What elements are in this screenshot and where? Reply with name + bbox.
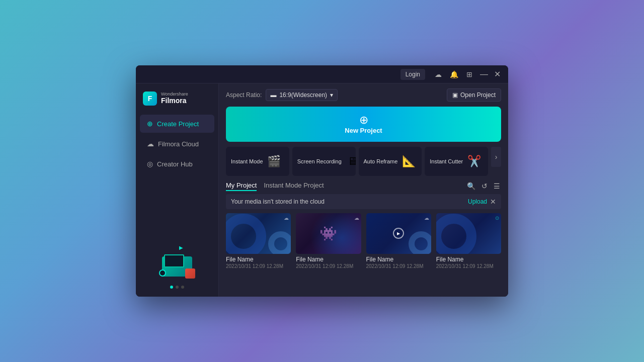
notification-icon[interactable]: 🔔	[447, 69, 461, 79]
file-meta: 2022/10/31 12:09 12.28M	[226, 263, 291, 269]
file-name: File Name	[296, 256, 361, 264]
dot-2[interactable]	[176, 286, 179, 289]
projects-header: My Project Instant Mode Project 🔍 ↺ ☰	[226, 181, 501, 191]
cloud-upload-icon: ☁	[284, 215, 289, 221]
file-meta: 2022/10/31 12:09 12.28M	[366, 263, 431, 269]
brand-name-top: Wondershare	[161, 92, 188, 97]
illus-cube	[185, 268, 195, 279]
close-button[interactable]: ✕	[491, 68, 503, 80]
file-thumbnail: ☁	[226, 213, 291, 254]
auto-reframe-icon: 📐	[397, 150, 420, 172]
grid-icon[interactable]: ⊞	[464, 69, 475, 79]
file-meta: 2022/10/31 12:09 12.28M	[436, 263, 501, 269]
sidebar-item-filmora-cloud[interactable]: ☁ Filmora Cloud	[140, 135, 214, 153]
file-item[interactable]: ⊙ File Name 2022/10/31 12:09 12.28M	[436, 213, 501, 269]
play-button-ring: ▶	[393, 228, 404, 239]
illus-screen: ▶	[164, 254, 184, 267]
brand: F Wondershare Filmora	[136, 83, 218, 114]
brand-logo: F	[143, 92, 157, 106]
cloud-banner: Your media isn't stored in the cloud Upl…	[226, 194, 501, 209]
content-area: Aspect Ratio: ▬ 16:9(Widescreen) ▾ ▣ Ope…	[219, 83, 508, 297]
screen-recording-label: Screen Recording	[297, 158, 342, 164]
app-window: Login ☁ 🔔 ⊞ — ✕ F Wondershare Filmora ⊕ …	[136, 65, 508, 297]
file-grid: ☁ File Name 2022/10/31 12:09 12.28M 👾	[226, 213, 501, 269]
upload-button[interactable]: Upload	[468, 198, 487, 205]
file-thumbnail: ▶ ☁	[366, 213, 431, 254]
main-layout: F Wondershare Filmora ⊕ Create Project ☁…	[136, 83, 508, 297]
dot-1[interactable]	[170, 286, 173, 289]
sidebar-item-label: Creator Hub	[157, 160, 193, 168]
sidebar: F Wondershare Filmora ⊕ Create Project ☁…	[136, 83, 219, 297]
layout-toggle-button[interactable]: ☰	[493, 181, 501, 191]
mode-card-screen-recording[interactable]: Screen Recording 🖥	[292, 147, 356, 176]
mode-card-auto-reframe[interactable]: Auto Reframe 📐	[359, 147, 422, 176]
tab-my-project[interactable]: My Project	[226, 182, 257, 191]
file-item[interactable]: ▶ ☁ File Name 2022/10/31 12:09 12.28M	[366, 213, 431, 269]
aspect-label: Aspect Ratio:	[226, 92, 262, 99]
cloud-upload-icon: ☁	[354, 215, 359, 221]
brand-name: Filmora	[161, 97, 188, 105]
cloud-upload-icon: ☁	[424, 215, 429, 221]
aspect-ratio-section: Aspect Ratio: ▬ 16:9(Widescreen) ▾	[226, 89, 338, 101]
sidebar-item-creator-hub[interactable]: ◎ Creator Hub	[140, 155, 214, 173]
dot-3[interactable]	[181, 286, 184, 289]
chevron-down-icon: ▾	[330, 92, 333, 99]
sidebar-3d-illustration: ▶	[157, 246, 197, 282]
aspect-icon: ▬	[270, 92, 276, 99]
cloud-banner-text: Your media isn't stored in the cloud	[231, 198, 325, 205]
aspect-value: 16:9(Widescreen)	[279, 92, 327, 99]
new-project-banner[interactable]: ⊕ New Project	[226, 107, 501, 142]
screen-recording-icon: 🖥	[342, 150, 356, 172]
cloud-banner-actions: Upload ✕	[468, 198, 496, 206]
auto-reframe-label: Auto Reframe	[364, 158, 398, 164]
sidebar-illustration: ▶	[136, 174, 218, 297]
content-toolbar: Aspect Ratio: ▬ 16:9(Widescreen) ▾ ▣ Ope…	[219, 83, 508, 107]
mode-card-instant-cutter[interactable]: Instant Cutter ✂️	[425, 147, 488, 176]
file-name: File Name	[436, 256, 501, 264]
aspect-ratio-select[interactable]: ▬ 16:9(Widescreen) ▾	[266, 89, 338, 101]
title-bar: Login ☁ 🔔 ⊞ — ✕	[136, 65, 508, 83]
file-thumbnail: ⊙	[436, 213, 501, 254]
illus-play-icon: ▶	[179, 245, 183, 250]
mode-card-instant-mode[interactable]: Instant Mode 🎬	[226, 147, 289, 176]
projects-section: My Project Instant Mode Project 🔍 ↺ ☰ Yo…	[219, 181, 508, 297]
file-thumbnail: 👾 ☁	[296, 213, 361, 254]
open-project-label: Open Project	[460, 92, 496, 99]
carousel-dots	[170, 286, 184, 289]
instant-mode-icon: 🎬	[263, 150, 285, 172]
cloud-icon[interactable]: ☁	[432, 69, 444, 79]
sidebar-item-label: Create Project	[157, 120, 199, 128]
search-projects-button[interactable]: 🔍	[466, 181, 476, 191]
sidebar-item-label: Filmora Cloud	[158, 140, 199, 148]
create-project-icon: ⊕	[147, 120, 153, 128]
window-controls: — ✕	[478, 68, 503, 80]
creator-hub-icon: ◎	[147, 160, 153, 168]
open-project-icon: ▣	[452, 92, 458, 99]
cloud-nav-icon: ☁	[147, 140, 154, 148]
file-name: File Name	[226, 256, 291, 264]
download-icon: ⊙	[495, 215, 499, 221]
file-name: File Name	[366, 256, 431, 264]
file-item[interactable]: ☁ File Name 2022/10/31 12:09 12.28M	[226, 213, 291, 269]
illus-sphere	[159, 269, 166, 277]
projects-tabs: My Project Instant Mode Project	[226, 182, 324, 191]
new-project-label: New Project	[345, 127, 382, 134]
instant-mode-label: Instant Mode	[231, 158, 263, 164]
projects-actions: 🔍 ↺ ☰	[466, 181, 501, 191]
new-project-plus-icon: ⊕	[359, 115, 368, 126]
tab-instant-mode-project[interactable]: Instant Mode Project	[264, 182, 324, 191]
sidebar-item-create-project[interactable]: ⊕ Create Project	[140, 115, 214, 133]
brand-text: Wondershare Filmora	[161, 92, 188, 105]
mode-cards: Instant Mode 🎬 Screen Recording 🖥 Auto R…	[219, 147, 508, 176]
minimize-button[interactable]: —	[478, 68, 490, 80]
play-circle: ▶	[366, 213, 431, 254]
open-project-button[interactable]: ▣ Open Project	[447, 88, 501, 102]
file-meta: 2022/10/31 12:09 12.28M	[296, 263, 361, 269]
close-banner-button[interactable]: ✕	[490, 198, 496, 206]
refresh-projects-button[interactable]: ↺	[480, 181, 489, 191]
login-button[interactable]: Login	[400, 69, 425, 80]
mode-cards-next-button[interactable]: ›	[491, 147, 501, 167]
instant-cutter-icon: ✂️	[463, 150, 485, 172]
file-item[interactable]: 👾 ☁ File Name 2022/10/31 12:09 12.28M	[296, 213, 361, 269]
instant-cutter-label: Instant Cutter	[430, 158, 463, 164]
